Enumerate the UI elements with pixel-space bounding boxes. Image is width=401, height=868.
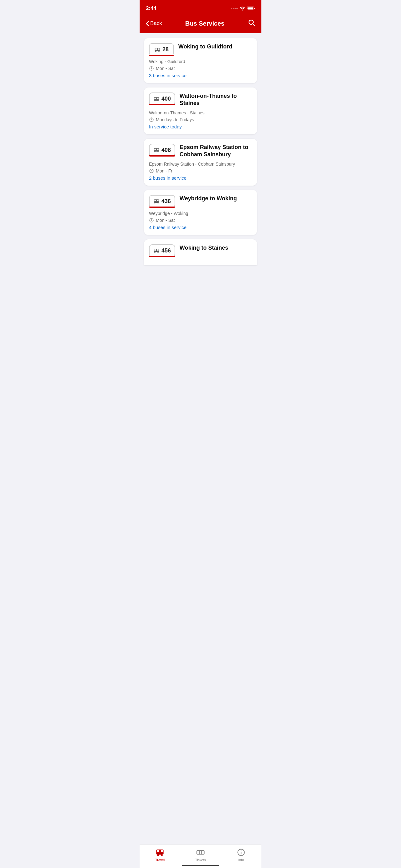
svg-rect-40	[157, 850, 159, 852]
bus-icon	[153, 147, 160, 153]
bus-card-456[interactable]: 456 Woking to Staines	[144, 239, 257, 265]
bus-status: 2 buses in service	[149, 175, 252, 181]
nav-bar: Back Bus Services	[140, 16, 261, 33]
wifi-icon	[239, 6, 245, 11]
svg-point-31	[157, 203, 158, 204]
bus-icon	[153, 247, 160, 254]
bus-number: 436	[162, 198, 171, 205]
bus-badge-456: 456	[149, 244, 175, 257]
tab-info[interactable]: Info	[229, 848, 254, 862]
status-time: 2:44	[146, 5, 157, 11]
bus-route-subtitle: Epsom Railway Station - Cobham Sainsbury	[149, 161, 252, 166]
clock-icon	[149, 117, 154, 122]
svg-rect-15	[154, 100, 159, 100]
tab-travel[interactable]: Travel	[147, 848, 172, 862]
svg-point-10	[158, 51, 159, 52]
bus-icon	[154, 46, 161, 53]
bus-icon	[153, 96, 160, 102]
schedule-text: Mon - Sat	[156, 66, 175, 71]
svg-rect-22	[154, 151, 159, 152]
bus-card-436[interactable]: 436 Weybridge to Woking Weybridge - Woki…	[144, 190, 257, 235]
schedule-text: Mon - Sat	[156, 218, 175, 223]
bus-route-title: Walton-on-Thames to Staines	[179, 92, 252, 107]
bus-number: 28	[162, 46, 169, 53]
tab-bar: Travel Tickets Info	[140, 844, 261, 868]
status-icons	[231, 6, 255, 11]
battery-icon	[247, 6, 255, 11]
svg-point-38	[157, 252, 158, 253]
svg-point-43	[157, 855, 159, 856]
bus-number: 456	[162, 247, 171, 254]
tab-travel-label: Travel	[155, 858, 165, 862]
svg-point-30	[154, 203, 155, 204]
svg-point-24	[157, 151, 158, 152]
svg-rect-29	[154, 202, 159, 203]
svg-point-50	[241, 851, 241, 851]
svg-rect-20	[154, 149, 156, 150]
search-button[interactable]	[248, 19, 255, 28]
page-title: Bus Services	[185, 20, 225, 27]
svg-rect-13	[154, 97, 156, 99]
svg-point-16	[154, 100, 155, 101]
bus-number: 408	[162, 147, 171, 153]
bus-card-400[interactable]: 400 Walton-on-Thames to Staines Walton-o…	[144, 88, 257, 134]
home-indicator	[182, 865, 219, 866]
bus-icon	[153, 198, 160, 204]
signal-icon	[231, 8, 238, 9]
bus-services-list: 28 Woking to Guildford Woking - Guildfor…	[140, 33, 261, 303]
svg-point-23	[154, 151, 155, 152]
svg-rect-34	[154, 249, 156, 251]
svg-rect-7	[158, 48, 160, 50]
tab-info-label: Info	[238, 858, 244, 862]
svg-point-37	[154, 252, 155, 253]
svg-rect-2	[254, 8, 255, 9]
bus-badge-436: 436	[149, 195, 175, 208]
schedule-text: Mondays to Fridays	[156, 117, 194, 122]
bus-number: 400	[162, 96, 171, 102]
bus-schedule: Mon - Sat	[149, 66, 252, 71]
svg-point-17	[157, 100, 158, 101]
bus-route-subtitle: Woking - Guildford	[149, 59, 252, 64]
bus-status: 3 buses in service	[149, 73, 252, 78]
bus-schedule: Mondays to Fridays	[149, 117, 252, 122]
svg-line-4	[253, 24, 255, 26]
bus-schedule: Mon - Fri	[149, 168, 252, 174]
bus-route-title: Epsom Railway Station to Cobham Sainsbur…	[179, 144, 252, 158]
svg-point-44	[161, 855, 163, 856]
bus-route-subtitle: Walton-on-Thames - Staines	[149, 110, 252, 115]
status-bar: 2:44	[140, 0, 261, 16]
svg-rect-42	[157, 853, 163, 854]
tab-tickets[interactable]: Tickets	[188, 848, 213, 862]
bus-badge-28: 28	[149, 43, 174, 56]
bus-status: In service today	[149, 124, 252, 129]
back-label: Back	[150, 20, 162, 27]
clock-icon	[149, 218, 154, 223]
svg-rect-36	[154, 251, 159, 252]
svg-rect-41	[161, 850, 163, 852]
svg-rect-35	[157, 249, 159, 251]
schedule-text: Mon - Fri	[156, 168, 173, 174]
bus-badge-400: 400	[149, 92, 175, 105]
info-tab-icon	[237, 848, 245, 857]
svg-rect-27	[154, 200, 156, 201]
ticket-tab-icon	[196, 848, 205, 857]
svg-rect-28	[157, 200, 159, 201]
clock-icon	[149, 66, 154, 71]
svg-rect-6	[155, 48, 157, 50]
back-button[interactable]: Back	[146, 20, 162, 27]
bus-tab-icon	[156, 848, 164, 857]
bus-badge-408: 408	[149, 144, 175, 157]
bus-card-28[interactable]: 28 Woking to Guildford Woking - Guildfor…	[144, 38, 257, 83]
bus-route-subtitle: Weybridge - Woking	[149, 211, 252, 216]
svg-rect-1	[248, 7, 253, 10]
bus-route-title: Woking to Guildford	[178, 43, 232, 50]
bus-route-title: Weybridge to Woking	[179, 195, 237, 202]
svg-rect-8	[155, 50, 160, 51]
clock-icon	[149, 168, 154, 174]
svg-rect-45	[197, 850, 204, 854]
bus-schedule: Mon - Sat	[149, 218, 252, 223]
svg-point-9	[155, 51, 156, 52]
svg-rect-14	[157, 97, 159, 99]
bus-card-408[interactable]: 408 Epsom Railway Station to Cobham Sain…	[144, 139, 257, 186]
bus-route-title: Woking to Staines	[179, 244, 228, 251]
